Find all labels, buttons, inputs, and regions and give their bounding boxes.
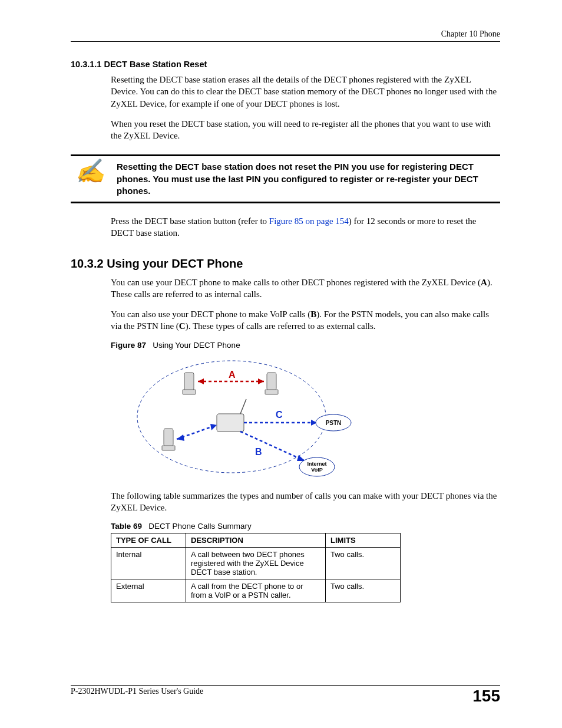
heading-10-3-1-1: 10.3.1.1 DECT Base Station Reset bbox=[71, 60, 500, 69]
table-row: External A call from the DECT phone to o… bbox=[111, 579, 401, 602]
footer-guide-title: P-2302HWUDL-P1 Series User's Guide bbox=[71, 687, 203, 696]
cell: External bbox=[111, 579, 186, 602]
label-B: B bbox=[255, 447, 262, 457]
svg-line-8 bbox=[240, 399, 246, 414]
table-row: Internal A call between two DECT phones … bbox=[111, 548, 401, 579]
table-caption: Table 69 DECT Phone Calls Summary bbox=[111, 522, 500, 531]
svg-marker-15 bbox=[177, 434, 184, 441]
dect-diagram-svg: A C B PSTN bbox=[128, 352, 364, 482]
cell: Two calls. bbox=[326, 579, 401, 602]
internet-cloud-icon: Internet VoIP bbox=[299, 457, 335, 476]
table-header-row: TYPE OF CALL DESCRIPTION LIMITS bbox=[111, 533, 401, 548]
page-header: Chapter 10 Phone bbox=[71, 29, 500, 42]
svg-rect-2 bbox=[183, 390, 196, 394]
pstn-label: PSTN bbox=[326, 420, 342, 426]
svg-marker-11 bbox=[258, 378, 264, 384]
col-header: LIMITS bbox=[326, 533, 401, 548]
table-label: Table 69 bbox=[111, 522, 142, 531]
bold-A: A bbox=[481, 278, 487, 287]
text: You can use your DECT phone to make call… bbox=[111, 278, 481, 287]
internet-label1: Internet bbox=[307, 461, 326, 467]
col-header: DESCRIPTION bbox=[186, 533, 326, 548]
internet-label2: VoIP bbox=[311, 467, 322, 473]
svg-rect-5 bbox=[164, 429, 173, 446]
figure-label: Figure 87 bbox=[111, 341, 146, 350]
page-footer: P-2302HWUDL-P1 Series User's Guide 155 bbox=[71, 685, 500, 706]
cell: A call from the DECT phone to or from a … bbox=[186, 579, 326, 602]
bold-C: C bbox=[179, 321, 186, 331]
svg-rect-7 bbox=[217, 414, 244, 431]
figure-title: Using Your DECT Phone bbox=[153, 341, 240, 350]
paragraph: You can use your DECT phone to make call… bbox=[111, 276, 500, 301]
label-A: A bbox=[229, 370, 236, 380]
paragraph: When you reset the DECT base station, yo… bbox=[111, 118, 500, 142]
figure-diagram: A C B PSTN bbox=[128, 352, 500, 484]
svg-rect-3 bbox=[267, 373, 276, 390]
router-icon bbox=[217, 399, 246, 431]
text: ). These types of calls are referred to … bbox=[186, 321, 376, 331]
col-header: TYPE OF CALL bbox=[111, 533, 186, 548]
cell: Two calls. bbox=[326, 548, 401, 579]
note-text: Resetting the DECT base station does not… bbox=[117, 161, 500, 197]
note-icon: ✍ bbox=[71, 161, 105, 182]
phone-icon bbox=[265, 373, 278, 394]
svg-marker-18 bbox=[297, 455, 305, 461]
heading-10-3-2: 10.3.2 Using your DECT Phone bbox=[71, 257, 500, 271]
phone-icon bbox=[162, 429, 175, 450]
cell: A call between two DECT phones registere… bbox=[186, 548, 326, 579]
svg-marker-10 bbox=[198, 378, 204, 384]
chapter-title: Chapter 10 Phone bbox=[441, 29, 500, 38]
svg-line-17 bbox=[240, 431, 305, 461]
note-callout: ✍ Resetting the DECT base station does n… bbox=[71, 154, 500, 203]
phone-icon bbox=[183, 373, 196, 394]
paragraph: Resetting the DECT base station erases a… bbox=[111, 74, 500, 110]
pstn-cloud-icon: PSTN bbox=[316, 414, 351, 431]
paragraph: The following table summarizes the types… bbox=[111, 490, 500, 514]
table-title: DECT Phone Calls Summary bbox=[148, 522, 252, 531]
paragraph: You can also use your DECT phone to make… bbox=[111, 308, 500, 332]
svg-rect-4 bbox=[265, 390, 278, 394]
svg-rect-6 bbox=[162, 446, 175, 450]
crossref-link[interactable]: Figure 85 on page 154 bbox=[269, 216, 349, 226]
svg-rect-1 bbox=[184, 373, 194, 390]
bold-B: B bbox=[310, 309, 316, 319]
table-69: TYPE OF CALL DESCRIPTION LIMITS Internal… bbox=[111, 533, 401, 602]
text: You can also use your DECT phone to make… bbox=[111, 309, 310, 319]
label-C: C bbox=[276, 410, 283, 420]
figure-caption: Figure 87 Using Your DECT Phone bbox=[111, 341, 500, 350]
svg-marker-16 bbox=[210, 424, 217, 430]
text: Press the DECT base station button (refe… bbox=[111, 216, 269, 226]
paragraph: Press the DECT base station button (refe… bbox=[111, 215, 500, 239]
page-number: 155 bbox=[472, 687, 500, 706]
cell: Internal bbox=[111, 548, 186, 579]
